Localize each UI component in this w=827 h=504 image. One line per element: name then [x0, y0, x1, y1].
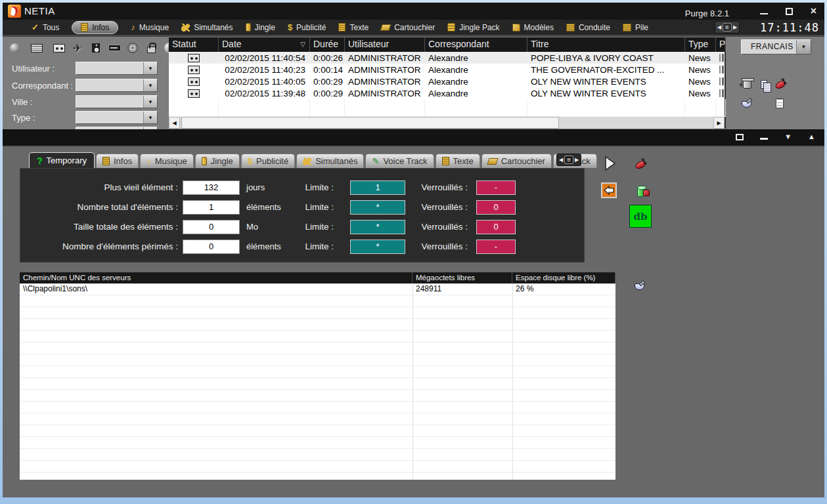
- purge-tab-infos[interactable]: Infos: [96, 154, 139, 168]
- type-select[interactable]: ▼: [76, 111, 158, 124]
- collapse-down-icon[interactable]: ▼: [784, 133, 792, 140]
- mix-button[interactable]: [740, 96, 754, 111]
- back-button[interactable]: [601, 182, 617, 198]
- expired-elements-field[interactable]: 0: [183, 240, 240, 254]
- top-tab-infos[interactable]: Infos: [72, 21, 118, 34]
- purge-tab-jingle[interactable]: Jingle: [195, 154, 240, 168]
- scroll-right-icon[interactable]: ▶: [733, 24, 737, 30]
- top-tab-texte[interactable]: Texte: [338, 23, 369, 32]
- cards-view-button[interactable]: [30, 42, 43, 54]
- restore-icon[interactable]: [736, 134, 744, 140]
- top-tab-cartouchier[interactable]: Cartouchier: [381, 23, 435, 32]
- col-utilisateur[interactable]: Utilisateur: [345, 37, 425, 52]
- col-date[interactable]: Date▽: [219, 37, 310, 52]
- language-select[interactable]: FRANCAIS ▼: [741, 39, 811, 54]
- locked-field[interactable]: -: [476, 180, 516, 195]
- close-icon[interactable]: ×: [811, 6, 816, 16]
- purge-brush-button[interactable]: [774, 76, 788, 91]
- speaker-button[interactable]: [89, 42, 102, 54]
- top-tab-simultanes[interactable]: Simultanés: [181, 23, 233, 32]
- record-button[interactable]: [8, 42, 21, 54]
- top-tab-jingle[interactable]: Jingle: [246, 23, 275, 32]
- tab-menu-icon[interactable]: ≡: [564, 156, 573, 164]
- top-tab-tous[interactable]: ✓Tous: [32, 23, 59, 32]
- locked-field[interactable]: 0: [476, 200, 516, 215]
- locked-field[interactable]: -: [476, 240, 516, 254]
- scrollbar-track[interactable]: [559, 117, 713, 129]
- col-titre[interactable]: Titre: [527, 37, 685, 52]
- cassette-view-button[interactable]: [53, 42, 66, 54]
- locked-field[interactable]: 0: [476, 220, 516, 234]
- limit-field[interactable]: *: [350, 220, 405, 234]
- total-size-field[interactable]: 0: [183, 220, 240, 234]
- table-row[interactable]: \\Clpapolini1\sons\ 248911 26 %: [20, 284, 615, 295]
- utilisateur-select[interactable]: ▼: [76, 62, 158, 75]
- scrollbar-thumb[interactable]: [181, 117, 559, 129]
- correspondant-select[interactable]: ▼: [76, 79, 158, 92]
- play-button[interactable]: [602, 155, 619, 172]
- copy-button[interactable]: [757, 77, 771, 91]
- chevron-down-icon[interactable]: ▼: [143, 112, 157, 123]
- purge-tab-temporary[interactable]: ?Temporary: [29, 152, 95, 168]
- purge-tab-texte[interactable]: Texte: [436, 154, 480, 168]
- col-path[interactable]: Chemin/Nom UNC des serveurs: [20, 272, 413, 284]
- total-elements-field[interactable]: 1: [183, 200, 240, 215]
- scroll-right-icon[interactable]: ▶: [575, 157, 579, 163]
- col-mb-free[interactable]: Mégaoctets libres: [413, 272, 512, 284]
- purge-brush-button-2[interactable]: [633, 155, 650, 172]
- lock-button[interactable]: [145, 42, 158, 54]
- scroll-left-icon[interactable]: ◀: [169, 117, 180, 129]
- purge-tab-musique[interactable]: ♪Musique: [140, 154, 194, 168]
- purge-tab-cartouchier[interactable]: Cartouchier: [481, 154, 552, 168]
- purge-db-button[interactable]: [631, 184, 651, 200]
- col-disk-free[interactable]: Espace disque libre (%): [512, 272, 615, 284]
- scroll-left-icon[interactable]: ◀: [717, 24, 721, 30]
- col-p[interactable]: P: [716, 37, 726, 52]
- purge-tab-publicite[interactable]: $Publicité: [241, 154, 295, 168]
- db-button[interactable]: db: [629, 205, 652, 228]
- limit-field[interactable]: *: [350, 200, 405, 215]
- mix-button-2[interactable]: [631, 278, 648, 294]
- minimize-icon[interactable]: [760, 138, 768, 140]
- chevron-down-icon[interactable]: ▼: [143, 96, 157, 108]
- top-tab-publicite[interactable]: $Publicité: [288, 23, 326, 32]
- minimize-icon[interactable]: [760, 13, 768, 14]
- col-duree[interactable]: Durée: [310, 37, 345, 52]
- send-button[interactable]: ✈: [71, 42, 84, 54]
- document-button[interactable]: [772, 96, 787, 110]
- horizontal-scrollbar[interactable]: ◀ ▶: [169, 117, 725, 129]
- delete-button[interactable]: [740, 77, 754, 91]
- chevron-down-icon[interactable]: ▼: [143, 62, 157, 74]
- tab-scroller[interactable]: ◀ ≡ ▶: [715, 21, 740, 33]
- top-tab-musique[interactable]: ♪Musique: [131, 23, 169, 32]
- purge-tab-voice-track[interactable]: ✎Voice Track: [365, 154, 434, 168]
- table-row[interactable]: 02/02/2015 11:39:48 0:00:29 ADMINISTRATO…: [169, 87, 725, 99]
- cd-button[interactable]: [126, 42, 139, 54]
- scroll-left-icon[interactable]: ◀: [559, 157, 563, 163]
- maximize-icon[interactable]: [786, 8, 793, 15]
- column-divider: [413, 284, 413, 480]
- collapse-up-icon[interactable]: ▲: [808, 133, 815, 140]
- limit-field[interactable]: 1: [350, 180, 405, 195]
- table-row[interactable]: 02/02/2015 11:40:23 0:00:14 ADMINISTRATO…: [169, 64, 725, 75]
- chevron-down-icon[interactable]: ▼: [143, 79, 157, 91]
- chevron-down-icon[interactable]: ▼: [796, 40, 811, 54]
- tab-menu-icon[interactable]: ≡: [723, 23, 732, 32]
- remote-button[interactable]: [108, 42, 121, 54]
- purge-tab-simultanes[interactable]: Simultanés: [296, 154, 364, 168]
- top-tab-jingle-pack[interactable]: Jingle Pack: [447, 23, 499, 32]
- table-row[interactable]: 02/02/2015 11:40:54 0:00:26 ADMINISTRATO…: [169, 52, 725, 64]
- top-tab-conduite[interactable]: Conduite: [566, 23, 610, 32]
- col-type[interactable]: Type: [685, 37, 716, 52]
- form-row-size: Taille totale des éléments : 0 Mo Limite…: [20, 219, 584, 235]
- table-row[interactable]: 02/02/2015 11:40:05 0:00:29 ADMINISTRATO…: [169, 75, 725, 87]
- top-tab-pile[interactable]: Pile: [623, 23, 648, 32]
- col-correspondant[interactable]: Correspondant: [425, 37, 527, 52]
- ville-select[interactable]: ▼: [76, 95, 158, 108]
- limit-field[interactable]: *: [350, 240, 405, 254]
- oldest-element-field[interactable]: 132: [183, 180, 240, 195]
- scroll-right-icon[interactable]: ▶: [713, 117, 725, 129]
- col-statut[interactable]: Statut: [169, 37, 219, 52]
- purge-tab-scroller[interactable]: ◀ ≡ ▶: [556, 154, 581, 166]
- top-tab-modeles[interactable]: Modèles: [512, 23, 554, 32]
